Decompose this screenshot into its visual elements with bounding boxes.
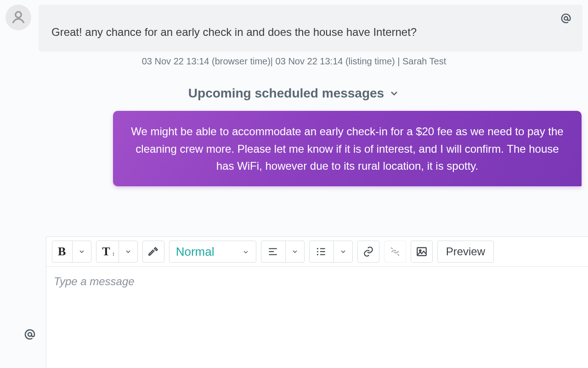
list-button[interactable]	[309, 241, 353, 263]
incoming-message-bubble: Great! any chance for an early check in …	[39, 5, 582, 52]
unlink-icon	[389, 246, 401, 258]
caret-down-icon	[334, 241, 352, 262]
bold-button[interactable]: B	[52, 241, 91, 263]
sender-avatar	[6, 5, 31, 30]
message-composer: B T↕ Normal	[46, 236, 588, 368]
preview-button[interactable]: Preview	[437, 241, 494, 263]
align-button[interactable]	[261, 241, 305, 263]
message-input[interactable]: Type a message	[46, 267, 588, 368]
chevron-down-icon	[389, 88, 400, 99]
svg-point-0	[16, 12, 22, 18]
incoming-message-text: Great! any chance for an early check in …	[51, 17, 570, 40]
image-icon	[416, 246, 428, 258]
insert-link-button[interactable]	[357, 241, 379, 263]
svg-point-8	[317, 254, 318, 255]
svg-point-6	[317, 248, 318, 249]
svg-point-7	[317, 251, 318, 252]
unlink-button	[384, 241, 406, 263]
bold-icon: B	[58, 245, 66, 259]
svg-line-13	[397, 254, 399, 255]
paragraph-format-label: Normal	[176, 245, 215, 259]
caret-down-icon	[72, 241, 91, 262]
incoming-message-row: Great! any chance for an early check in …	[0, 0, 588, 52]
outgoing-message-row: We might be able to accommodate an early…	[0, 111, 588, 186]
caret-down-icon	[119, 241, 137, 262]
preview-button-label: Preview	[446, 245, 485, 258]
formatting-toolbar: B T↕ Normal	[46, 237, 588, 267]
eyedropper-icon	[147, 246, 159, 258]
scheduled-messages-header[interactable]: Upcoming scheduled messages	[0, 75, 588, 111]
paragraph-format-select[interactable]: Normal	[169, 241, 256, 263]
text-size-button[interactable]: T↕	[96, 241, 137, 263]
messaging-panel: Great! any chance for an early check in …	[0, 0, 588, 368]
scheduled-messages-title: Upcoming scheduled messages	[188, 86, 384, 101]
message-input-placeholder: Type a message	[54, 275, 135, 288]
bulleted-list-icon	[315, 246, 327, 258]
composer-area: B T↕ Normal	[14, 236, 588, 368]
caret-down-icon	[242, 245, 249, 259]
caret-down-icon	[285, 241, 304, 262]
svg-point-15	[419, 250, 421, 251]
mention-icon[interactable]	[560, 12, 572, 27]
person-icon	[10, 9, 27, 26]
outgoing-message-bubble: We might be able to accommodate an early…	[113, 111, 582, 186]
link-icon	[362, 246, 374, 258]
incoming-message-meta: 03 Nov 22 13:14 (browser time)| 03 Nov 2…	[0, 52, 588, 75]
mention-side-button[interactable]	[14, 236, 46, 368]
svg-line-12	[391, 247, 392, 249]
insert-image-button[interactable]	[411, 241, 433, 263]
align-left-icon	[267, 246, 279, 258]
color-picker-button[interactable]	[142, 241, 164, 263]
outgoing-message-text: We might be able to accommodate an early…	[131, 125, 563, 172]
text-size-icon: T↕	[102, 245, 112, 259]
